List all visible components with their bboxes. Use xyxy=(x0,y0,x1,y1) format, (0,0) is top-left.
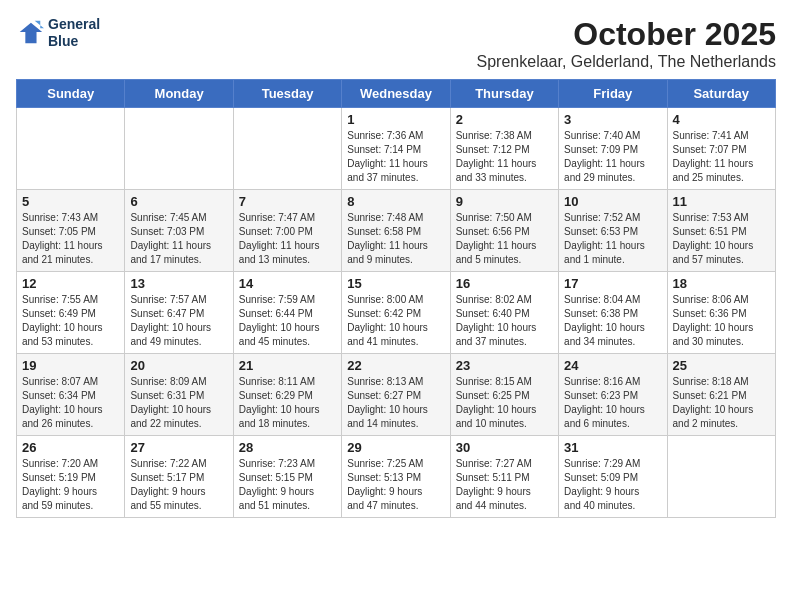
calendar-cell: 2Sunrise: 7:38 AM Sunset: 7:12 PM Daylig… xyxy=(450,108,558,190)
day-number: 11 xyxy=(673,194,770,209)
day-number: 17 xyxy=(564,276,661,291)
day-number: 23 xyxy=(456,358,553,373)
day-number: 26 xyxy=(22,440,119,455)
day-number: 12 xyxy=(22,276,119,291)
day-info: Sunrise: 7:29 AM Sunset: 5:09 PM Dayligh… xyxy=(564,457,661,513)
calendar-cell xyxy=(125,108,233,190)
calendar-cell xyxy=(233,108,341,190)
calendar-table: SundayMondayTuesdayWednesdayThursdayFrid… xyxy=(16,79,776,518)
calendar-cell: 23Sunrise: 8:15 AM Sunset: 6:25 PM Dayli… xyxy=(450,354,558,436)
logo-icon xyxy=(16,19,44,47)
weekday-header-cell: Tuesday xyxy=(233,80,341,108)
day-info: Sunrise: 7:41 AM Sunset: 7:07 PM Dayligh… xyxy=(673,129,770,185)
calendar-cell: 4Sunrise: 7:41 AM Sunset: 7:07 PM Daylig… xyxy=(667,108,775,190)
day-number: 15 xyxy=(347,276,444,291)
calendar-cell: 21Sunrise: 8:11 AM Sunset: 6:29 PM Dayli… xyxy=(233,354,341,436)
calendar-week-row: 19Sunrise: 8:07 AM Sunset: 6:34 PM Dayli… xyxy=(17,354,776,436)
calendar-cell: 30Sunrise: 7:27 AM Sunset: 5:11 PM Dayli… xyxy=(450,436,558,518)
page-header: General Blue October 2025 Sprenkelaar, G… xyxy=(16,16,776,71)
calendar-week-row: 12Sunrise: 7:55 AM Sunset: 6:49 PM Dayli… xyxy=(17,272,776,354)
location-title: Sprenkelaar, Gelderland, The Netherlands xyxy=(477,53,776,71)
calendar-cell: 19Sunrise: 8:07 AM Sunset: 6:34 PM Dayli… xyxy=(17,354,125,436)
day-info: Sunrise: 7:57 AM Sunset: 6:47 PM Dayligh… xyxy=(130,293,227,349)
day-number: 4 xyxy=(673,112,770,127)
calendar-cell: 15Sunrise: 8:00 AM Sunset: 6:42 PM Dayli… xyxy=(342,272,450,354)
title-area: October 2025 Sprenkelaar, Gelderland, Th… xyxy=(477,16,776,71)
calendar-cell: 14Sunrise: 7:59 AM Sunset: 6:44 PM Dayli… xyxy=(233,272,341,354)
logo-text-line1: General xyxy=(48,16,100,33)
calendar-cell: 13Sunrise: 7:57 AM Sunset: 6:47 PM Dayli… xyxy=(125,272,233,354)
day-number: 18 xyxy=(673,276,770,291)
day-info: Sunrise: 7:40 AM Sunset: 7:09 PM Dayligh… xyxy=(564,129,661,185)
day-number: 1 xyxy=(347,112,444,127)
calendar-cell: 8Sunrise: 7:48 AM Sunset: 6:58 PM Daylig… xyxy=(342,190,450,272)
day-number: 13 xyxy=(130,276,227,291)
day-info: Sunrise: 7:23 AM Sunset: 5:15 PM Dayligh… xyxy=(239,457,336,513)
day-number: 2 xyxy=(456,112,553,127)
day-number: 20 xyxy=(130,358,227,373)
day-number: 9 xyxy=(456,194,553,209)
day-info: Sunrise: 7:25 AM Sunset: 5:13 PM Dayligh… xyxy=(347,457,444,513)
day-number: 27 xyxy=(130,440,227,455)
day-info: Sunrise: 7:53 AM Sunset: 6:51 PM Dayligh… xyxy=(673,211,770,267)
day-info: Sunrise: 7:48 AM Sunset: 6:58 PM Dayligh… xyxy=(347,211,444,267)
calendar-cell xyxy=(667,436,775,518)
calendar-cell: 22Sunrise: 8:13 AM Sunset: 6:27 PM Dayli… xyxy=(342,354,450,436)
day-number: 3 xyxy=(564,112,661,127)
calendar-cell: 16Sunrise: 8:02 AM Sunset: 6:40 PM Dayli… xyxy=(450,272,558,354)
day-number: 8 xyxy=(347,194,444,209)
calendar-week-row: 26Sunrise: 7:20 AM Sunset: 5:19 PM Dayli… xyxy=(17,436,776,518)
day-info: Sunrise: 8:15 AM Sunset: 6:25 PM Dayligh… xyxy=(456,375,553,431)
day-info: Sunrise: 7:47 AM Sunset: 7:00 PM Dayligh… xyxy=(239,211,336,267)
calendar-cell: 6Sunrise: 7:45 AM Sunset: 7:03 PM Daylig… xyxy=(125,190,233,272)
calendar-cell: 20Sunrise: 8:09 AM Sunset: 6:31 PM Dayli… xyxy=(125,354,233,436)
day-number: 7 xyxy=(239,194,336,209)
weekday-header-row: SundayMondayTuesdayWednesdayThursdayFrid… xyxy=(17,80,776,108)
day-info: Sunrise: 8:18 AM Sunset: 6:21 PM Dayligh… xyxy=(673,375,770,431)
day-info: Sunrise: 7:38 AM Sunset: 7:12 PM Dayligh… xyxy=(456,129,553,185)
weekday-header-cell: Thursday xyxy=(450,80,558,108)
calendar-week-row: 1Sunrise: 7:36 AM Sunset: 7:14 PM Daylig… xyxy=(17,108,776,190)
logo: General Blue xyxy=(16,16,100,50)
day-info: Sunrise: 8:00 AM Sunset: 6:42 PM Dayligh… xyxy=(347,293,444,349)
calendar-cell: 29Sunrise: 7:25 AM Sunset: 5:13 PM Dayli… xyxy=(342,436,450,518)
calendar-cell: 24Sunrise: 8:16 AM Sunset: 6:23 PM Dayli… xyxy=(559,354,667,436)
weekday-header-cell: Sunday xyxy=(17,80,125,108)
calendar-cell: 9Sunrise: 7:50 AM Sunset: 6:56 PM Daylig… xyxy=(450,190,558,272)
day-number: 14 xyxy=(239,276,336,291)
month-title: October 2025 xyxy=(477,16,776,53)
day-info: Sunrise: 8:02 AM Sunset: 6:40 PM Dayligh… xyxy=(456,293,553,349)
day-info: Sunrise: 7:55 AM Sunset: 6:49 PM Dayligh… xyxy=(22,293,119,349)
calendar-body: 1Sunrise: 7:36 AM Sunset: 7:14 PM Daylig… xyxy=(17,108,776,518)
weekday-header-cell: Monday xyxy=(125,80,233,108)
logo-text-line2: Blue xyxy=(48,33,100,50)
day-number: 19 xyxy=(22,358,119,373)
day-number: 29 xyxy=(347,440,444,455)
calendar-cell: 11Sunrise: 7:53 AM Sunset: 6:51 PM Dayli… xyxy=(667,190,775,272)
day-info: Sunrise: 7:50 AM Sunset: 6:56 PM Dayligh… xyxy=(456,211,553,267)
calendar-cell: 25Sunrise: 8:18 AM Sunset: 6:21 PM Dayli… xyxy=(667,354,775,436)
day-info: Sunrise: 7:52 AM Sunset: 6:53 PM Dayligh… xyxy=(564,211,661,267)
day-info: Sunrise: 8:13 AM Sunset: 6:27 PM Dayligh… xyxy=(347,375,444,431)
calendar-cell xyxy=(17,108,125,190)
calendar-cell: 28Sunrise: 7:23 AM Sunset: 5:15 PM Dayli… xyxy=(233,436,341,518)
weekday-header-cell: Wednesday xyxy=(342,80,450,108)
day-number: 25 xyxy=(673,358,770,373)
day-info: Sunrise: 7:59 AM Sunset: 6:44 PM Dayligh… xyxy=(239,293,336,349)
calendar-cell: 10Sunrise: 7:52 AM Sunset: 6:53 PM Dayli… xyxy=(559,190,667,272)
day-number: 31 xyxy=(564,440,661,455)
day-info: Sunrise: 7:43 AM Sunset: 7:05 PM Dayligh… xyxy=(22,211,119,267)
day-number: 21 xyxy=(239,358,336,373)
day-number: 22 xyxy=(347,358,444,373)
day-number: 5 xyxy=(22,194,119,209)
day-info: Sunrise: 8:16 AM Sunset: 6:23 PM Dayligh… xyxy=(564,375,661,431)
day-info: Sunrise: 7:27 AM Sunset: 5:11 PM Dayligh… xyxy=(456,457,553,513)
calendar-cell: 26Sunrise: 7:20 AM Sunset: 5:19 PM Dayli… xyxy=(17,436,125,518)
weekday-header-cell: Saturday xyxy=(667,80,775,108)
day-info: Sunrise: 8:04 AM Sunset: 6:38 PM Dayligh… xyxy=(564,293,661,349)
day-info: Sunrise: 7:22 AM Sunset: 5:17 PM Dayligh… xyxy=(130,457,227,513)
calendar-cell: 18Sunrise: 8:06 AM Sunset: 6:36 PM Dayli… xyxy=(667,272,775,354)
weekday-header-cell: Friday xyxy=(559,80,667,108)
calendar-week-row: 5Sunrise: 7:43 AM Sunset: 7:05 PM Daylig… xyxy=(17,190,776,272)
calendar-cell: 27Sunrise: 7:22 AM Sunset: 5:17 PM Dayli… xyxy=(125,436,233,518)
